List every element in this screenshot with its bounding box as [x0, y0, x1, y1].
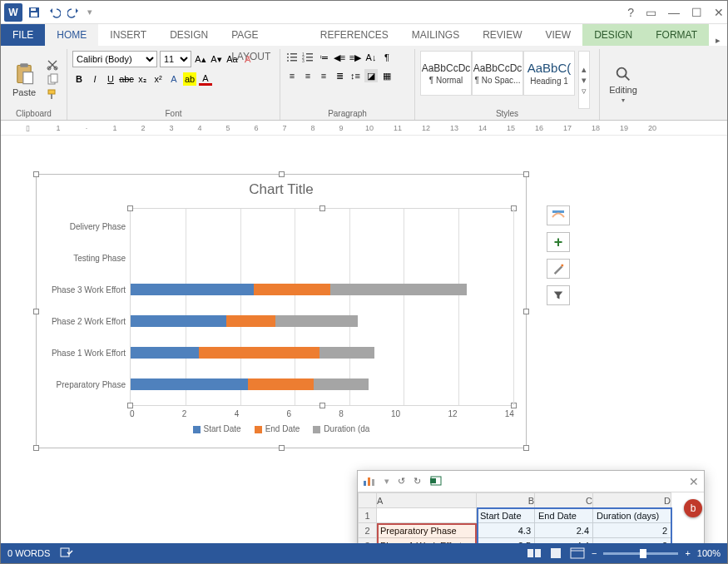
tab-review[interactable]: REVIEW — [471, 24, 533, 46]
selection-a — [377, 523, 477, 543]
grow-font-icon[interactable]: A▴ — [194, 52, 207, 66]
format-painter-icon[interactable] — [46, 88, 59, 101]
ribbon-options-icon[interactable]: ▭ — [646, 6, 656, 19]
align-left-icon[interactable]: ≡ — [285, 69, 299, 82]
ribbon-scroll-right-icon[interactable]: ▸ — [709, 35, 727, 46]
tab-mailings[interactable]: MAILINGS — [400, 24, 471, 46]
minisheet-close-icon[interactable]: ✕ — [689, 475, 699, 488]
cut-icon[interactable] — [46, 58, 59, 72]
font-size-select[interactable]: 11 — [160, 51, 191, 67]
increase-indent-icon[interactable]: ≡▶ — [349, 51, 362, 64]
font-color-icon[interactable]: A — [199, 72, 212, 86]
italic-icon[interactable]: I — [88, 72, 102, 86]
redo-icon[interactable] — [67, 6, 81, 19]
group-paragraph-label: Paragraph — [285, 109, 409, 120]
maximize-icon[interactable]: ☐ — [691, 6, 702, 19]
style-normal[interactable]: AaBbCcDc¶ Normal — [420, 51, 472, 96]
chart-icon[interactable] — [363, 475, 376, 488]
chart-object[interactable]: Chart Title Delivery Phase Testing Phase… — [36, 174, 527, 448]
tab-insert[interactable]: INSERT — [98, 24, 158, 46]
web-layout-icon[interactable] — [570, 547, 585, 559]
editing-button[interactable]: Editing▾ — [605, 51, 641, 118]
text-effects-icon[interactable]: A — [167, 72, 181, 86]
svg-rect-9 — [51, 74, 57, 82]
selection-b — [477, 507, 672, 543]
change-case-icon[interactable]: Aa — [225, 52, 239, 66]
numbering-icon[interactable]: 123 — [301, 51, 314, 64]
qat-customize-icon[interactable]: ▾ — [87, 7, 92, 17]
zoom-slider[interactable] — [603, 552, 678, 555]
layout-options-icon[interactable] — [547, 205, 570, 225]
paste-button[interactable]: Paste — [6, 51, 42, 109]
x-axis: 02468101214 — [130, 409, 514, 418]
word-count[interactable]: 0 WORDS — [7, 548, 50, 558]
minisheet-undo-icon[interactable]: ↺ — [398, 476, 405, 487]
zoom-level[interactable]: 100% — [697, 548, 721, 558]
highlight-icon[interactable]: ab — [183, 72, 196, 86]
multilevel-list-icon[interactable]: ≔ — [317, 51, 330, 64]
minimize-icon[interactable]: — — [668, 6, 680, 19]
undo-icon[interactable] — [47, 6, 61, 19]
style-no-spacing[interactable]: AaBbCcDc¶ No Spac... — [472, 51, 523, 96]
subscript-icon[interactable]: x₂ — [136, 72, 149, 86]
tab-view[interactable]: VIEW — [534, 24, 583, 46]
style-heading1[interactable]: AaBbC(Heading 1 — [523, 51, 575, 96]
superscript-icon[interactable]: x² — [151, 72, 165, 86]
save-icon[interactable] — [27, 6, 41, 19]
chart-title[interactable]: Chart Title — [37, 175, 526, 201]
line-spacing-icon[interactable]: ↕≡ — [349, 69, 362, 82]
borders-icon[interactable]: ▦ — [380, 69, 394, 82]
chart-elements-icon[interactable]: + — [547, 232, 570, 252]
print-layout-icon[interactable] — [548, 547, 563, 559]
zoom-out-icon[interactable]: − — [592, 548, 597, 558]
align-center-icon[interactable]: ≡ — [301, 69, 314, 82]
underline-icon[interactable]: U — [104, 72, 117, 86]
minisheet-redo-icon[interactable]: ↻ — [414, 476, 421, 487]
clear-formatting-icon[interactable]: A̸ — [241, 52, 255, 66]
chart-legend[interactable]: Start Date End Date Duration (da — [37, 424, 526, 433]
tab-chart-format[interactable]: FORMAT — [644, 24, 709, 46]
svg-rect-11 — [51, 94, 52, 99]
tab-references[interactable]: REFERENCES — [309, 24, 400, 46]
decrease-indent-icon[interactable]: ◀≡ — [333, 51, 346, 64]
justify-icon[interactable]: ≣ — [333, 69, 346, 82]
zoom-in-icon[interactable]: + — [685, 548, 690, 558]
svg-rect-32 — [430, 478, 436, 483]
page: Chart Title Delivery Phase Testing Phase… — [24, 166, 557, 482]
tab-home[interactable]: HOME — [45, 24, 98, 46]
sort-icon[interactable]: A↓ — [364, 51, 378, 64]
chart-data-sheet[interactable]: ▾ ↺ ↻ ✕ ABCD 1Start DateEnd DateDuration… — [357, 470, 705, 543]
horizontal-ruler[interactable]: ▯ 1·1234567891011121314151617181920 — [1, 121, 727, 136]
font-name-select[interactable]: Calibri (Body) — [72, 51, 157, 67]
bold-icon[interactable]: B — [72, 72, 86, 86]
minisheet-customize-icon[interactable]: ▾ — [384, 476, 389, 487]
copy-icon[interactable] — [46, 73, 59, 87]
styles-up-icon[interactable]: ▴ — [579, 64, 589, 75]
tab-file[interactable]: FILE — [1, 24, 45, 46]
styles-down-icon[interactable]: ▾ — [579, 75, 589, 86]
shading-icon[interactable]: ◪ — [364, 69, 378, 82]
help-icon[interactable]: ? — [627, 6, 634, 19]
read-mode-icon[interactable] — [527, 547, 542, 559]
align-right-icon[interactable]: ≡ — [317, 69, 330, 82]
chart-styles-icon[interactable] — [547, 259, 570, 279]
show-marks-icon[interactable]: ¶ — [380, 51, 394, 64]
chart-float-buttons: + — [547, 205, 570, 305]
shrink-font-icon[interactable]: A▾ — [210, 52, 223, 66]
tab-page-layout[interactable]: PAGE LAYOUT — [220, 24, 309, 46]
tab-chart-design[interactable]: DESIGN — [582, 24, 644, 46]
styles-more-icon[interactable]: ▿ — [579, 86, 589, 96]
open-excel-icon[interactable] — [429, 475, 443, 488]
svg-rect-1 — [31, 8, 36, 11]
svg-rect-5 — [23, 72, 33, 84]
spellcheck-icon[interactable] — [60, 547, 73, 560]
tab-design[interactable]: DESIGN — [158, 24, 220, 46]
chart-filters-icon[interactable] — [547, 285, 570, 305]
cat-label: Preparatory Phase — [42, 380, 126, 389]
bullets-icon[interactable] — [285, 51, 299, 64]
svg-rect-17 — [290, 60, 297, 62]
close-icon[interactable]: ✕ — [714, 6, 724, 19]
strikethrough-icon[interactable]: abc — [120, 72, 133, 86]
plot-area[interactable]: Delivery Phase Testing Phase Phase 3 Wor… — [130, 208, 514, 406]
spreadsheet-grid[interactable]: ABCD 1Start DateEnd DateDuration (days) … — [358, 492, 704, 543]
